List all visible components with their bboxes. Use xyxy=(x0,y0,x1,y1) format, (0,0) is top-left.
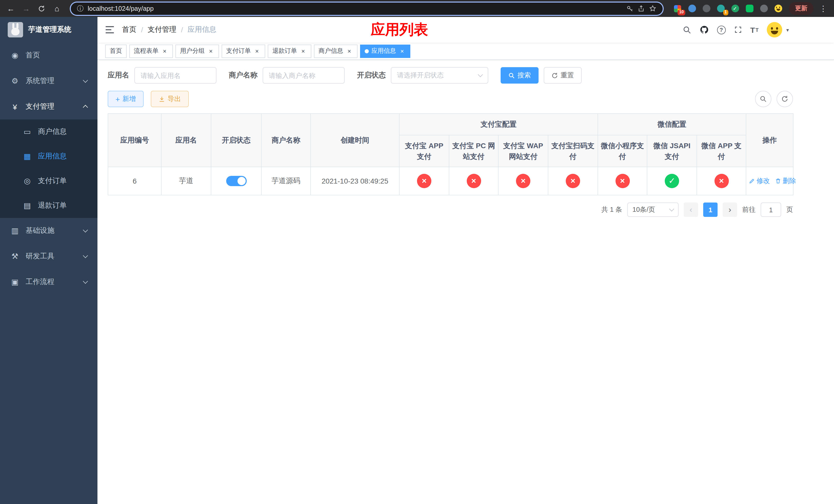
site-info-icon[interactable]: ⓘ xyxy=(77,4,84,13)
screen: ← → ⌂ ⓘ localhost:1024/pay/app 10 xyxy=(0,0,834,504)
avatar-caret-icon[interactable]: ▾ xyxy=(786,27,789,32)
close-icon[interactable]: × xyxy=(207,47,214,54)
search-button[interactable]: 搜索 xyxy=(501,67,539,84)
extension-emoji-icon[interactable] xyxy=(773,4,783,13)
edit-button[interactable]: 修改 xyxy=(749,176,770,186)
sidebar-item-dev-tools[interactable]: ⚒ 研发工具 xyxy=(0,244,97,269)
close-icon[interactable]: × xyxy=(398,47,406,54)
github-icon[interactable] xyxy=(699,25,708,35)
extension-drop-icon[interactable] xyxy=(687,4,697,13)
col-alipay-app: 支付宝 APP 支付 xyxy=(399,135,449,167)
active-dot xyxy=(365,49,369,53)
channel-status-icon: × xyxy=(615,174,630,188)
sidebar-item-system[interactable]: ⚙ 系统管理 xyxy=(0,68,97,94)
sidebar-item-home[interactable]: ◉ 首页 xyxy=(0,43,97,68)
logo-image xyxy=(8,22,23,38)
close-icon[interactable]: × xyxy=(346,47,353,54)
app-name-input[interactable] xyxy=(134,67,216,84)
browser-reload-icon[interactable] xyxy=(36,3,47,14)
browser-menu-icon[interactable]: ⋮ xyxy=(818,3,829,14)
close-icon[interactable]: × xyxy=(161,47,168,54)
sidebar-item-label: 系统管理 xyxy=(26,76,54,86)
toggle-search-button[interactable] xyxy=(755,91,771,107)
status-toggle[interactable] xyxy=(226,176,246,186)
breadcrumb-payment[interactable]: 支付管理 xyxy=(148,25,176,35)
tab-pay-order[interactable]: 支付订单× xyxy=(222,44,265,58)
goto-label: 前往 xyxy=(742,205,755,214)
extension-dark-icon[interactable] xyxy=(702,4,711,13)
next-page-button[interactable]: › xyxy=(723,203,737,217)
tab-label: 支付订单 xyxy=(226,47,251,55)
sidebar-item-payment[interactable]: ¥ 支付管理 xyxy=(0,94,97,119)
hamburger-icon[interactable] xyxy=(97,26,122,34)
page-size-select[interactable]: 10条/页 xyxy=(627,203,679,217)
address-bar[interactable]: ⓘ localhost:1024/pay/app xyxy=(71,2,663,15)
close-icon[interactable]: × xyxy=(254,47,261,54)
sidebar-item-infrastructure[interactable]: ▥ 基础设施 xyxy=(0,218,97,244)
chevron-down-icon xyxy=(83,279,88,284)
sidebar-item-refund-order[interactable]: ▤ 退款订单 xyxy=(0,193,97,218)
status-select[interactable]: 请选择开启状态 xyxy=(391,67,488,84)
browser-forward-icon[interactable]: → xyxy=(21,3,32,14)
status-select-placeholder: 请选择开启状态 xyxy=(397,71,444,80)
workflow-icon: ▣ xyxy=(10,277,20,287)
tab-user-group[interactable]: 用户分组× xyxy=(175,44,219,58)
tab-process-form[interactable]: 流程表单× xyxy=(129,44,173,58)
extension-profile-icon[interactable]: 1 xyxy=(716,4,725,13)
user-avatar[interactable] xyxy=(767,22,782,38)
col-app-id: 应用编号 xyxy=(108,114,161,167)
goto-page-input[interactable] xyxy=(761,203,781,217)
check-icon: ✓ xyxy=(733,6,737,11)
extension-puzzle-icon[interactable] xyxy=(759,4,768,13)
extension-wechat-icon[interactable] xyxy=(745,4,754,13)
add-button[interactable]: + 新增 xyxy=(108,91,144,107)
sidebar-item-workflow[interactable]: ▣ 工作流程 xyxy=(0,269,97,295)
merchant-name-input[interactable] xyxy=(263,67,345,84)
chrome-update-button[interactable]: 更新 xyxy=(789,2,813,15)
extension-apps-icon[interactable]: 10 xyxy=(673,4,682,13)
page-1-button[interactable]: 1 xyxy=(703,203,718,217)
chevron-down-icon xyxy=(83,253,88,258)
close-icon[interactable]: × xyxy=(300,47,307,54)
channel-status-icon: × xyxy=(466,174,481,188)
breadcrumb-home[interactable]: 首页 xyxy=(122,25,136,35)
sidebar-item-label: 支付管理 xyxy=(26,102,54,111)
tab-refund-order[interactable]: 退款订单× xyxy=(268,44,311,58)
tab-label: 应用信息 xyxy=(371,47,396,55)
share-icon[interactable] xyxy=(638,5,645,12)
font-size-icon[interactable]: TT xyxy=(750,25,759,34)
prev-page-button[interactable]: ‹ xyxy=(684,203,698,217)
toolbox-icon: ⚒ xyxy=(10,252,20,261)
bookmark-star-icon[interactable] xyxy=(649,5,657,12)
password-key-icon[interactable] xyxy=(626,5,633,12)
browser-home-icon[interactable]: ⌂ xyxy=(51,3,63,14)
chevron-down-icon xyxy=(669,206,674,211)
sidebar-item-merchant-info[interactable]: ▭ 商户信息 xyxy=(0,119,97,144)
extension-badge: 1 xyxy=(723,9,728,15)
help-icon[interactable]: ? xyxy=(717,25,725,34)
sidebar-item-label: 应用信息 xyxy=(38,152,67,161)
puzzle-icon xyxy=(760,5,768,12)
fullscreen-icon[interactable] xyxy=(734,26,742,34)
tab-merchant-info[interactable]: 商户信息× xyxy=(314,44,357,58)
refresh-table-button[interactable] xyxy=(776,91,793,107)
browser-back-icon[interactable]: ← xyxy=(5,3,16,14)
export-button[interactable]: 导出 xyxy=(151,91,189,107)
app-logo[interactable]: 芋道管理系统 xyxy=(0,17,97,43)
breadcrumb-separator: / xyxy=(141,26,143,34)
target-icon: ◎ xyxy=(23,176,32,186)
total-count: 共 1 条 xyxy=(601,205,622,214)
sidebar-item-app-info[interactable]: ▦ 应用信息 xyxy=(0,144,97,169)
reset-button[interactable]: 重置 xyxy=(544,67,581,84)
extension-check-icon[interactable]: ✓ xyxy=(730,4,740,13)
toggle-knob xyxy=(237,177,245,185)
col-alipay-qr: 支付宝扫码支付 xyxy=(548,135,598,167)
col-wechat-app: 微信 APP 支付 xyxy=(697,135,746,167)
main-area: 首页 / 支付管理 / 应用信息 应用列表 ? xyxy=(97,17,834,504)
tab-app-info[interactable]: 应用信息× xyxy=(360,44,410,58)
app-table: 应用编号 应用名 开启状态 商户名称 创建时间 支付宝配置 微信配置 操作 支付… xyxy=(108,113,793,196)
delete-button[interactable]: 删除 xyxy=(775,176,796,186)
search-icon[interactable] xyxy=(682,25,691,34)
sidebar-item-pay-order[interactable]: ◎ 支付订单 xyxy=(0,169,97,193)
tab-home[interactable]: 首页 xyxy=(105,44,127,58)
